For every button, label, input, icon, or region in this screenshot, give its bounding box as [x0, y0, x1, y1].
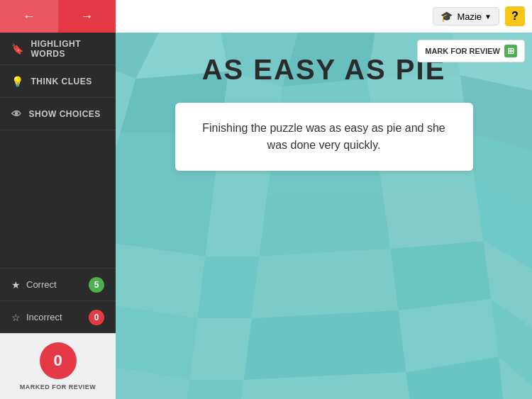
back-button[interactable]: ←	[0, 0, 58, 33]
incorrect-badge: 0	[89, 310, 104, 325]
header-bar: 🎓 Mazie ▼ ?	[116, 0, 532, 33]
bulb-icon: 💡	[11, 76, 24, 87]
bookmark-icon: ⊞	[504, 45, 517, 57]
svg-marker-27	[252, 249, 399, 318]
clue-box: Finishing the puzzle was as easy as pie …	[175, 103, 473, 171]
user-name: Mazie	[457, 11, 482, 22]
svg-marker-32	[244, 310, 406, 380]
user-menu-button[interactable]: 🎓 Mazie ▼	[433, 7, 499, 26]
svg-marker-28	[391, 241, 492, 310]
star-empty-icon: ☆	[11, 312, 21, 323]
forward-icon: →	[80, 9, 93, 24]
review-label: MARKED FOR REVIEW	[20, 383, 96, 390]
sidebar-item-show-choices[interactable]: 👁 SHOW CHOICES	[0, 98, 116, 130]
help-label: ?	[511, 10, 519, 23]
highlight-words-label: HIGHLIGHT WORDS	[31, 39, 105, 59]
correct-label: Correct	[26, 279, 89, 290]
user-icon: 🎓	[440, 11, 453, 22]
svg-marker-23	[383, 187, 484, 249]
sidebar-item-highlight-words[interactable]: 🔖 HIGHLIGHT WORDS	[0, 33, 116, 65]
correct-badge: 5	[89, 277, 104, 293]
svg-marker-21	[205, 195, 267, 257]
sidebar-item-think-clues[interactable]: 💡 THINK CLUES	[0, 65, 116, 98]
eye-icon: 👁	[11, 108, 22, 120]
chevron-down-icon: ▼	[484, 13, 492, 21]
incorrect-label: Incorrect	[26, 312, 89, 322]
help-button[interactable]: ?	[505, 6, 525, 26]
main-content: 🎓 Mazie ▼ ?	[116, 0, 532, 399]
sidebar: ← → 🔖 HIGHLIGHT WORDS 💡 THINK CLUES 👁 SH…	[0, 0, 116, 399]
nav-arrows: ← →	[0, 0, 116, 33]
svg-marker-31	[190, 318, 252, 380]
review-count-circle: 0	[40, 342, 77, 379]
underline-icon: 🔖	[11, 43, 24, 55]
svg-marker-26	[197, 257, 259, 318]
mark-review-label: MARK FOR REVIEW	[425, 47, 500, 55]
review-count: 0	[53, 352, 62, 370]
svg-marker-36	[182, 380, 244, 399]
think-clues-label: THINK CLUES	[31, 77, 92, 86]
mark-for-review-button[interactable]: MARK FOR REVIEW ⊞	[417, 40, 525, 62]
incorrect-stat: ☆ Incorrect 0	[0, 300, 116, 333]
svg-marker-22	[260, 195, 391, 257]
show-choices-label: SHOW CHOICES	[29, 109, 101, 119]
clue-text: Finishing the puzzle was as easy as pie …	[202, 122, 445, 151]
forward-button[interactable]: →	[58, 0, 116, 33]
star-filled-icon: ★	[11, 279, 21, 291]
phrase-title: AS EASY AS PIE	[202, 54, 446, 86]
correct-stat: ★ Correct 5	[0, 268, 116, 300]
back-icon: ←	[23, 9, 35, 24]
marked-for-review-section: 0 MARKED FOR REVIEW	[0, 333, 116, 399]
